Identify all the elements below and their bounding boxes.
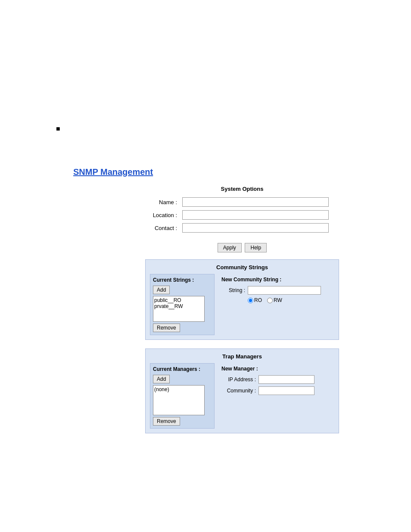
community-strings-header: Community Strings [150, 264, 334, 271]
new-manager-col: New Manager : IP Address : Community : [219, 363, 334, 429]
page-title: SNMP Management [73, 167, 411, 177]
community-remove-button[interactable]: Remove [153, 324, 180, 332]
community-string-input[interactable] [248, 286, 321, 295]
current-managers-label: Current Managers : [153, 366, 212, 372]
ro-radio[interactable] [248, 298, 253, 303]
community-strings-section: Community Strings Current Strings : Add … [145, 259, 339, 340]
trap-add-button[interactable]: Add [153, 375, 170, 383]
radio-row: RO RW [248, 297, 332, 303]
list-item: public__RO [154, 297, 203, 303]
current-strings-col: Current Strings : Add public__RO prvate_… [150, 274, 215, 335]
location-label: Location : [145, 208, 180, 221]
string-label: String : [221, 287, 245, 293]
ip-address-label: IP Address : [221, 376, 256, 383]
trap-remove-button[interactable]: Remove [153, 417, 180, 426]
community-strings-listbox[interactable]: public__RO prvate__RW [153, 296, 205, 322]
new-community-label: New Community String : [221, 277, 332, 283]
trap-managers-section: Trap Managers Current Managers : Add (no… [145, 348, 339, 433]
apply-button[interactable]: Apply [218, 243, 242, 252]
ip-address-row: IP Address : [221, 375, 332, 384]
bullet-marker: ■ [56, 125, 60, 132]
name-label: Name : [145, 196, 180, 208]
rw-label: RW [274, 297, 282, 303]
new-manager-label: New Manager : [221, 366, 332, 372]
ro-label: RO [254, 297, 262, 303]
name-row: Name : [145, 196, 339, 208]
new-community-col: New Community String : String : RO RW [219, 274, 334, 335]
list-item: (none) [154, 386, 203, 392]
location-row: Location : [145, 208, 339, 221]
contact-label: Contact : [145, 221, 180, 234]
contact-input[interactable] [182, 223, 329, 233]
string-field-row: String : [221, 286, 332, 295]
name-input[interactable] [182, 197, 329, 207]
trap-managers-listbox[interactable]: (none) [153, 385, 205, 415]
ip-address-input[interactable] [258, 375, 314, 384]
location-input[interactable] [182, 210, 329, 220]
system-options-table: Name : Location : Contact : [145, 196, 339, 234]
list-item: prvate__RW [154, 303, 203, 309]
system-options-section: System Options Name : Location : Contact… [73, 186, 411, 234]
ro-radio-label[interactable]: RO [248, 297, 262, 303]
rw-radio[interactable] [267, 298, 273, 303]
current-strings-label: Current Strings : [153, 277, 212, 283]
help-button[interactable]: Help [245, 243, 267, 252]
trap-community-label: Community : [221, 388, 256, 394]
apply-row: Apply Help [73, 243, 411, 252]
trap-community-input[interactable] [258, 386, 314, 395]
rw-radio-label[interactable]: RW [267, 297, 282, 303]
contact-row: Contact : [145, 221, 339, 234]
community-row: Community : [221, 386, 332, 395]
current-managers-col: Current Managers : Add (none) Remove [150, 363, 215, 429]
community-add-button[interactable]: Add [153, 286, 170, 294]
system-options-header: System Options [73, 186, 411, 192]
trap-managers-header: Trap Managers [150, 353, 334, 360]
